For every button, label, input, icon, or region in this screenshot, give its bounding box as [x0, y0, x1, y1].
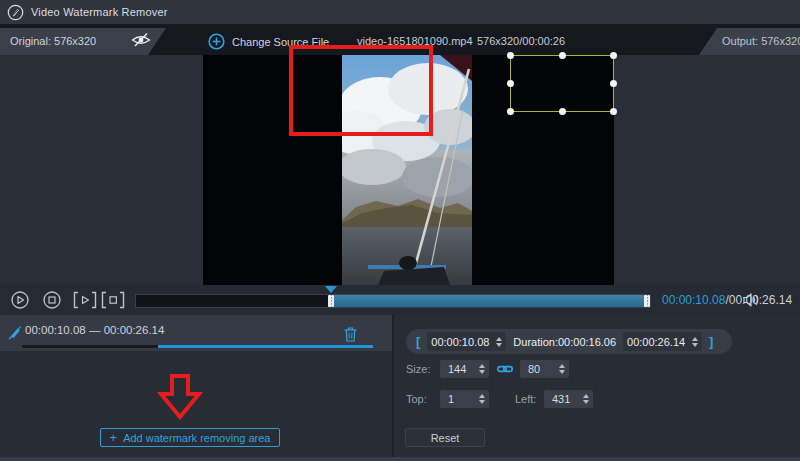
watermark-segment-row[interactable]: 00:00:10.08 — 00:00:26.14 [0, 315, 392, 351]
selection-handle[interactable] [559, 108, 566, 115]
position-row: Top: Left: [406, 390, 593, 408]
segment-start-bracket: [ [416, 334, 420, 349]
size-width-input[interactable] [440, 361, 476, 378]
spinner-up-icon[interactable] [583, 394, 589, 398]
bottom-panels: 00:00:10.08 — 00:00:26.14 + Add watermar [0, 315, 800, 461]
titlebar: Video Watermark Remover [0, 0, 800, 24]
spinner-down-icon[interactable] [479, 400, 485, 404]
end-time-field[interactable] [623, 332, 702, 351]
volume-icon[interactable] [743, 292, 760, 312]
segment-time-range: 00:00:10.08 — 00:00:26.14 [25, 315, 164, 345]
start-time-input[interactable] [427, 333, 493, 350]
plus-icon: + [110, 431, 118, 444]
change-source-label: Change Source File [232, 36, 329, 48]
left-label: Left: [515, 393, 544, 405]
playhead-marker[interactable] [325, 286, 337, 293]
change-source-button[interactable]: Change Source File [208, 28, 329, 55]
spinner-down-icon[interactable] [479, 370, 485, 374]
duration-label: Duration:00:00:16.06 [513, 336, 616, 348]
selection-handle[interactable] [507, 108, 514, 115]
size-label: Size: [406, 363, 440, 375]
reset-button[interactable]: Reset [405, 428, 485, 447]
annotation-arrow-icon [152, 374, 208, 420]
spinner-down-icon[interactable] [496, 343, 502, 347]
video-filename: video-1651801090.mp4 [357, 28, 473, 55]
video-frame [342, 55, 472, 285]
left-field[interactable] [544, 390, 593, 408]
end-time-spinner[interactable] [689, 337, 702, 347]
panel-divider [392, 315, 394, 461]
size-width-field[interactable] [440, 360, 489, 378]
selection-handle[interactable] [559, 52, 566, 59]
timeline-segment[interactable] [331, 295, 646, 307]
spinner-up-icon[interactable] [692, 337, 698, 341]
app-window: Video Watermark Remover Original: 576x32… [0, 0, 800, 461]
selection-handle[interactable] [610, 80, 617, 87]
size-height-input[interactable] [520, 361, 556, 378]
preview-play-button[interactable] [73, 291, 97, 313]
spinner-up-icon[interactable] [496, 337, 502, 341]
add-watermark-area-button[interactable]: + Add watermark removing area [100, 428, 280, 447]
add-watermark-area-label: Add watermark removing area [123, 432, 270, 444]
start-time-spinner[interactable] [493, 337, 506, 347]
timeline-track[interactable] [135, 294, 651, 308]
top-label: Top: [406, 393, 440, 405]
left-input[interactable] [544, 391, 580, 408]
size-row: Size: [406, 360, 569, 378]
top-spinner[interactable] [476, 394, 489, 404]
spinner-down-icon[interactable] [559, 370, 565, 374]
spinner-up-icon[interactable] [479, 364, 485, 368]
segment-range-active [158, 345, 373, 348]
link-dimensions-icon[interactable] [497, 364, 513, 374]
playback-controls: 00:00:10.08 /00:00:26.14 [0, 285, 800, 315]
end-time-input[interactable] [623, 333, 689, 350]
segment-time-editor: [ Duration:00:00:16.06 ] [406, 329, 732, 354]
delete-segment-button[interactable] [344, 327, 357, 346]
left-spinner[interactable] [580, 394, 593, 404]
watermark-pen-icon [8, 324, 22, 344]
segment-start-handle[interactable] [328, 295, 334, 307]
spinner-up-icon[interactable] [559, 364, 565, 368]
eye-hidden-icon[interactable] [131, 32, 151, 48]
segment-end-bracket: ] [709, 334, 713, 349]
size-height-spinner[interactable] [556, 364, 569, 374]
spinner-down-icon[interactable] [583, 400, 589, 404]
stop-button[interactable] [43, 291, 61, 313]
selection-handle[interactable] [507, 52, 514, 59]
plus-circle-icon [208, 33, 225, 50]
watermark-selection-box[interactable] [510, 55, 614, 112]
preview-area [0, 55, 800, 285]
current-time: 00:00:10.08 [662, 293, 725, 307]
selection-handle[interactable] [507, 80, 514, 87]
segment-end-handle[interactable] [644, 295, 650, 307]
app-title: Video Watermark Remover [31, 6, 168, 18]
segment-range-before [22, 345, 158, 348]
preview-stop-button[interactable] [101, 291, 125, 313]
output-resolution-label: Output: 576x320 [722, 28, 800, 55]
size-width-spinner[interactable] [476, 364, 489, 374]
size-height-field[interactable] [520, 360, 569, 378]
segment-range-bar [22, 345, 373, 348]
window-bottom-edge [0, 457, 800, 461]
top-input[interactable] [440, 391, 476, 408]
selection-handle[interactable] [610, 52, 617, 59]
time-display: 00:00:10.08 /00:00:26.14 [662, 285, 792, 315]
spinner-down-icon[interactable] [692, 343, 698, 347]
video-resolution-duration: 576x320/00:00:26 [477, 28, 565, 55]
spinner-up-icon[interactable] [479, 394, 485, 398]
play-button[interactable] [11, 291, 29, 313]
selection-handle[interactable] [610, 108, 617, 115]
start-time-field[interactable] [427, 332, 506, 351]
app-logo-icon [7, 4, 24, 21]
top-field[interactable] [440, 390, 489, 408]
original-resolution-label: Original: 576x320 [10, 28, 96, 55]
